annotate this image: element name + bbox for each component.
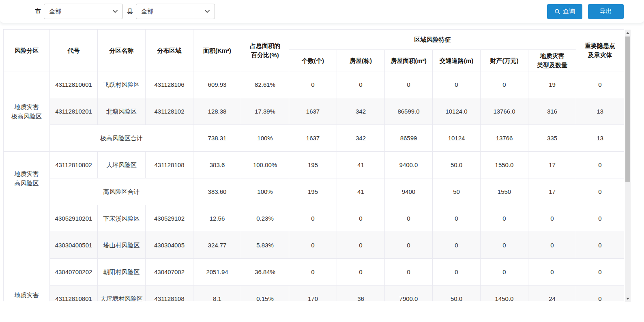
- cell-name: 北塘风险区: [98, 98, 146, 125]
- cell-types: 335: [528, 125, 576, 152]
- cell-house-area: 0: [385, 232, 433, 259]
- table-total-row: 高风险区合计 383.60 100% 195 41 9400 50 1550 1…: [4, 178, 624, 205]
- cell-house-area: 0: [385, 205, 433, 232]
- cell-types: 17: [528, 152, 576, 178]
- cell-roads: 10124: [433, 125, 481, 152]
- cell-dist: 431128108: [146, 286, 193, 302]
- cell-count: 0: [289, 232, 337, 259]
- table-row: 地质灾害 高风险区 43112810802 大坪风险区 431128108 38…: [4, 152, 624, 178]
- group-label-high: 地质灾害 高风险区: [4, 152, 50, 205]
- cell-types: 0: [528, 205, 576, 232]
- cell-pct: 100%: [241, 125, 289, 152]
- county-select-value: 全部: [141, 8, 153, 15]
- cell-house-area: 9400.0: [385, 152, 433, 178]
- cell-dist: 430407002: [146, 259, 193, 286]
- table-total-row: 极高风险区合计 738.31 100% 1637 342 86599 10124…: [4, 125, 624, 152]
- filter-toolbar: 市 全部 县 全部 查询 导出: [0, 0, 644, 23]
- cell-count: 170: [289, 286, 337, 302]
- cell-name: 塔山村风险区: [98, 232, 146, 259]
- cell-area: 12.56: [193, 205, 241, 232]
- cell-pct: 100%: [241, 178, 289, 205]
- cell-hazards: 0: [576, 232, 624, 259]
- cell-count: 0: [289, 205, 337, 232]
- cell-roads: 50: [433, 178, 481, 205]
- risk-zone-table: 风险分区 代号 分区名称 分布区域 面积(Km²) 占总面积的 百分比(%) 区…: [3, 29, 624, 301]
- cell-roads: 10124.0: [433, 98, 481, 125]
- cell-dist: 431128108: [146, 152, 193, 178]
- col-header-houses: 房屋(栋): [337, 50, 385, 71]
- cell-area: 383.6: [193, 152, 241, 178]
- cell-total-label: 极高风险区合计: [50, 125, 193, 152]
- cell-count: 1637: [289, 125, 337, 152]
- scroll-down-icon: [626, 298, 629, 300]
- cell-count: 195: [289, 152, 337, 178]
- cell-hazards: 0: [576, 205, 624, 232]
- col-header-hazard-points: 重要隐患点 及承灾体: [576, 30, 624, 71]
- col-header-code: 代号: [50, 30, 98, 71]
- cell-dist: 430304005: [146, 232, 193, 259]
- cell-houses: 0: [337, 71, 385, 98]
- col-header-risk-zone: 风险分区: [4, 30, 50, 71]
- cell-area: 738.31: [193, 125, 241, 152]
- cell-pct: 17.39%: [241, 98, 289, 125]
- vertical-scrollbar[interactable]: [625, 30, 631, 302]
- table-row: 43030400501 塔山村风险区 430304005 324.77 5.83…: [4, 232, 624, 259]
- cell-name: 大坪风险区: [98, 152, 146, 178]
- cell-code: 43052910201: [50, 205, 98, 232]
- cell-count: 195: [289, 178, 337, 205]
- query-button[interactable]: 查询: [547, 4, 582, 19]
- county-label: 县: [127, 8, 133, 15]
- cell-hazards: 13: [576, 125, 624, 152]
- cell-property: 1550.0: [481, 152, 528, 178]
- col-header-region-features: 区域风险特征: [289, 30, 576, 50]
- cell-roads: 0: [433, 205, 481, 232]
- cell-area: 2051.94: [193, 259, 241, 286]
- col-header-roads: 交通道路(m): [433, 50, 481, 71]
- col-header-percent: 占总面积的 百分比(%): [241, 30, 289, 71]
- cell-dist: 431128102: [146, 98, 193, 125]
- cell-total-label: 高风险区合计: [50, 178, 193, 205]
- cell-houses: 41: [337, 152, 385, 178]
- group-label-extreme: 地质灾害 极高风险区: [4, 71, 50, 152]
- cell-dist: 430529102: [146, 205, 193, 232]
- risk-zone-table-container: 风险分区 代号 分区名称 分布区域 面积(Km²) 占总面积的 百分比(%) 区…: [3, 29, 624, 301]
- cell-houses: 0: [337, 205, 385, 232]
- group-label-medium: 地质灾害: [4, 205, 50, 302]
- cell-property: 13766: [481, 125, 528, 152]
- cell-hazards: 0: [576, 178, 624, 205]
- cell-houses: 342: [337, 125, 385, 152]
- scrollbar-thumb[interactable]: [625, 36, 630, 182]
- cell-code: 43040700202: [50, 259, 98, 286]
- cell-pct: 0.15%: [241, 286, 289, 302]
- cell-code: 43112810601: [50, 71, 98, 98]
- export-button[interactable]: 导出: [588, 4, 624, 19]
- chevron-down-icon: [113, 10, 118, 13]
- county-select[interactable]: 全部: [136, 4, 215, 19]
- cell-name: 飞跃村风险区: [98, 71, 146, 98]
- cell-pct: 36.84%: [241, 259, 289, 286]
- cell-types: 0: [528, 259, 576, 286]
- cell-house-area: 7900.0: [385, 286, 433, 302]
- cell-types: 24: [528, 286, 576, 302]
- cell-property: 1550: [481, 178, 528, 205]
- cell-property: 13766.0: [481, 98, 528, 125]
- cell-hazards: 0: [576, 259, 624, 286]
- cell-pct: 82.61%: [241, 71, 289, 98]
- cell-pct: 0.23%: [241, 205, 289, 232]
- scroll-up-button[interactable]: [625, 30, 631, 36]
- cell-roads: 0: [433, 232, 481, 259]
- cell-types: 19: [528, 71, 576, 98]
- cell-area: 609.93: [193, 71, 241, 98]
- city-select[interactable]: 全部: [44, 4, 123, 19]
- cell-hazards: 0: [576, 286, 624, 302]
- cell-hazards: 0: [576, 71, 624, 98]
- cell-name: 下宋溪风险区: [98, 205, 146, 232]
- cell-house-area: 86599.0: [385, 98, 433, 125]
- scroll-down-button[interactable]: [625, 295, 631, 302]
- cell-house-area: 86599: [385, 125, 433, 152]
- cell-types: 316: [528, 98, 576, 125]
- cell-name: 大坪塘村风险区: [98, 286, 146, 302]
- cell-name: 朝阳村风险区: [98, 259, 146, 286]
- col-header-disaster-types: 地质灾害 类型及数量: [528, 50, 576, 71]
- cell-pct: 100.00%: [241, 152, 289, 178]
